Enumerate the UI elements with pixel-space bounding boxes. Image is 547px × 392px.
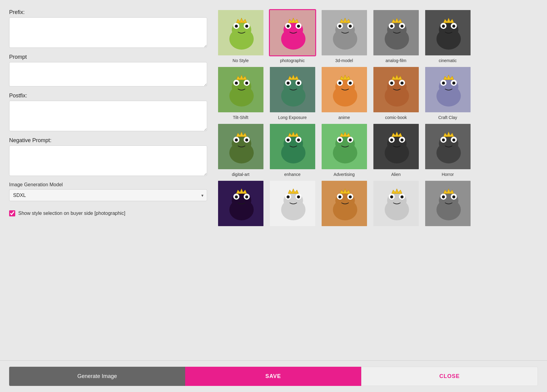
svg-point-37	[442, 25, 445, 28]
style-item-low-poly[interactable]: low-poly	[423, 180, 472, 228]
prompt-label: Prompt	[9, 54, 207, 60]
style-img-wrapper-no-style	[217, 9, 264, 56]
svg-point-101	[338, 138, 341, 142]
style-img-wrapper-horror	[424, 123, 471, 170]
svg-point-134	[297, 195, 300, 198]
svg-point-22	[349, 25, 352, 28]
style-item-cinematic[interactable]: cinematic	[423, 9, 472, 63]
style-name-anime: anime	[338, 115, 350, 120]
svg-point-142	[349, 195, 352, 198]
svg-point-54	[297, 82, 300, 85]
style-item-analog-film[interactable]: analog-film	[372, 9, 420, 63]
style-item-3d-model[interactable]: 3d-model	[320, 9, 369, 63]
show-style-checkbox[interactable]	[9, 210, 15, 216]
svg-point-93	[287, 138, 290, 142]
style-item-photographic[interactable]: photographic	[268, 9, 317, 63]
style-item-anime[interactable]: anime	[320, 66, 369, 120]
style-item-tilt-shift[interactable]: Tilt-Shift	[216, 66, 265, 120]
style-name-digital-art: digital-art	[232, 172, 249, 177]
main-content: Prefix: Prompt Postfix: Negative Prompt:…	[0, 0, 547, 360]
svg-point-38	[452, 25, 455, 28]
style-name-analog-film: analog-film	[386, 58, 406, 63]
svg-point-6	[245, 25, 248, 28]
svg-point-141	[338, 195, 341, 198]
svg-point-126	[245, 195, 248, 198]
style-item-horror[interactable]: Horror	[423, 123, 472, 177]
style-grid: No Stylephotographic3d-modelanalog-filmc…	[216, 9, 538, 228]
show-style-label: Show style selection on buyer side [phot…	[18, 211, 125, 216]
svg-point-85	[235, 138, 238, 142]
prefix-group: Prefix:	[9, 9, 207, 48]
svg-point-62	[349, 82, 352, 85]
svg-point-45	[235, 82, 238, 85]
style-img-wrapper-tilt-shift	[217, 66, 264, 113]
save-button[interactable]: SAVE	[185, 367, 361, 386]
svg-point-14	[297, 25, 300, 28]
negative-prompt-input[interactable]	[9, 145, 207, 176]
generate-image-button[interactable]: Generate Image	[9, 367, 185, 386]
style-name-advertising: Advertising	[333, 172, 355, 177]
style-img-wrapper-cinematic	[424, 9, 471, 56]
style-img-wrapper-craft-clay	[424, 66, 471, 113]
style-name-3d-model: 3d-model	[335, 58, 353, 63]
style-img-wrapper-enhance	[269, 123, 316, 170]
style-item-craft-clay[interactable]: Craft Clay	[423, 66, 472, 120]
right-panel: No Stylephotographic3d-modelanalog-filmc…	[216, 9, 538, 228]
style-item-line-art[interactable]: line-art	[372, 180, 420, 228]
negative-prompt-label: Negative Prompt:	[9, 137, 207, 144]
svg-point-77	[442, 82, 445, 85]
style-item-advertising[interactable]: Advertising	[320, 123, 369, 177]
svg-point-70	[401, 82, 404, 85]
svg-point-150	[401, 195, 404, 198]
style-item-digital-art[interactable]: digital-art	[216, 123, 265, 177]
style-name-long-exposure: Long Exposure	[278, 115, 307, 120]
style-name-horror: Horror	[442, 172, 454, 177]
style-item-comic-book[interactable]: comic-book	[372, 66, 420, 120]
prompt-group: Prompt	[9, 54, 207, 86]
style-img-wrapper-low-poly	[424, 180, 471, 227]
style-item-no-style[interactable]: No Style	[216, 9, 265, 63]
left-panel: Prefix: Prompt Postfix: Negative Prompt:…	[9, 9, 207, 354]
negative-prompt-group: Negative Prompt:	[9, 137, 207, 176]
style-name-no-style: No Style	[233, 58, 249, 63]
prefix-input[interactable]	[9, 17, 207, 48]
style-img-wrapper-3d-model	[321, 9, 368, 56]
svg-point-102	[349, 138, 352, 142]
svg-point-13	[287, 25, 290, 28]
style-name-alien: Alien	[391, 172, 401, 177]
svg-point-21	[338, 25, 341, 28]
prefix-label: Prefix:	[9, 9, 207, 16]
style-img-wrapper-photographic	[269, 9, 316, 56]
style-item-fantasy-art[interactable]: fantasy-art	[320, 180, 369, 228]
svg-point-30	[401, 25, 404, 28]
svg-point-5	[235, 25, 238, 28]
model-select-wrapper: SDXL SD 1.5 DALL-E 3 ▾	[9, 189, 207, 201]
postfix-label: Postfix:	[9, 93, 207, 99]
style-item-enhance[interactable]: enhance	[268, 123, 317, 177]
style-item-alien[interactable]: Alien	[372, 123, 420, 177]
svg-point-29	[390, 25, 393, 28]
style-img-wrapper-line-art	[372, 180, 420, 227]
model-label: Image Generation Model	[9, 182, 207, 187]
style-img-wrapper-comic-book	[372, 66, 420, 113]
postfix-input[interactable]	[9, 101, 207, 131]
style-name-cinematic: cinematic	[439, 58, 457, 63]
svg-point-86	[245, 138, 248, 142]
style-img-wrapper-analog-film	[372, 9, 420, 56]
style-item-neon-noir[interactable]: Neon Noir	[216, 180, 265, 228]
style-img-wrapper-silhouette	[269, 180, 316, 227]
svg-point-157	[442, 195, 445, 198]
style-item-silhouette[interactable]: Silhouette	[268, 180, 317, 228]
svg-point-133	[287, 195, 290, 198]
model-section: Image Generation Model SDXL SD 1.5 DALL-…	[9, 182, 207, 201]
style-img-wrapper-fantasy-art	[321, 180, 368, 227]
style-name-enhance: enhance	[284, 172, 301, 177]
svg-point-61	[338, 82, 341, 85]
style-item-long-exposure[interactable]: Long Exposure	[268, 66, 317, 120]
model-select[interactable]: SDXL SD 1.5 DALL-E 3	[9, 189, 207, 201]
close-button[interactable]: CLOSE	[361, 367, 538, 386]
svg-point-118	[452, 138, 455, 142]
prompt-input[interactable]	[9, 62, 207, 86]
svg-point-149	[390, 195, 393, 198]
style-name-craft-clay: Craft Clay	[438, 115, 457, 120]
